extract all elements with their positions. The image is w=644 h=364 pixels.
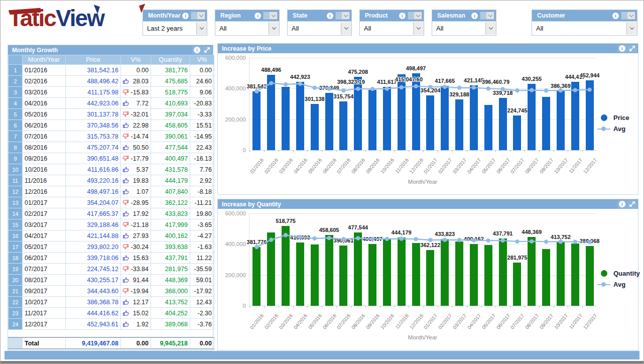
avg-point[interactable] bbox=[254, 245, 259, 249]
table-row[interactable]: 505/2016301,137.78-32.01397,034-3.33 bbox=[9, 109, 214, 120]
table-row[interactable]: 303/2016411,175.98-15.83518,7759.06 bbox=[9, 87, 214, 98]
dropdown-button[interactable] bbox=[269, 22, 279, 35]
avg-point[interactable] bbox=[341, 88, 345, 92]
expand-icon[interactable] bbox=[627, 45, 637, 53]
table-row[interactable]: 1806/2017339,718.0615.63437,79111.22 bbox=[9, 253, 214, 264]
avg-point[interactable] bbox=[298, 82, 302, 86]
info-icon[interactable]: i bbox=[192, 46, 202, 54]
avg-point[interactable] bbox=[269, 237, 273, 241]
table-row[interactable]: 404/2016442,923.067.72410,693-20.83 bbox=[9, 98, 214, 109]
avg-point[interactable] bbox=[515, 88, 519, 92]
expand-icon[interactable] bbox=[202, 46, 212, 54]
avg-point[interactable] bbox=[370, 87, 374, 91]
avg-point[interactable] bbox=[472, 85, 476, 89]
avg-point[interactable] bbox=[414, 237, 418, 241]
avg-point[interactable] bbox=[457, 85, 461, 89]
avg-point[interactable] bbox=[515, 239, 519, 244]
avg-point[interactable] bbox=[385, 237, 389, 241]
avg-point[interactable] bbox=[472, 238, 476, 242]
avg-point[interactable] bbox=[269, 81, 273, 85]
table-row[interactable]: 2311/2017444,416.6215.02404,252-2.30 bbox=[9, 308, 214, 319]
avg-point[interactable] bbox=[356, 87, 360, 91]
table-row[interactable]: 1111/2016493,220.1619.83444,1792.92 bbox=[9, 175, 214, 186]
table-row[interactable]: 1402/2017417,665.3717.92433,82319.80 bbox=[9, 208, 214, 219]
avg-point[interactable] bbox=[544, 88, 548, 92]
table-row[interactable]: 808/2016475,207.7450.50477,54422.43 bbox=[9, 142, 214, 153]
filter-options-button[interactable] bbox=[335, 12, 350, 20]
info-icon[interactable]: i bbox=[254, 13, 261, 19]
table-row[interactable]: 1212/2016498,497.161.07407,840-8.18 bbox=[9, 186, 214, 197]
info-icon[interactable]: i bbox=[612, 13, 619, 19]
filter-options-button[interactable] bbox=[621, 12, 635, 20]
dropdown-button[interactable] bbox=[626, 22, 637, 35]
info-icon[interactable]: i bbox=[182, 13, 189, 19]
avg-point[interactable] bbox=[486, 238, 490, 242]
avg-point[interactable] bbox=[284, 82, 288, 86]
avg-point[interactable] bbox=[254, 89, 259, 93]
avg-point[interactable] bbox=[443, 238, 447, 242]
avg-point[interactable] bbox=[500, 238, 504, 242]
info-icon[interactable]: i bbox=[617, 200, 627, 208]
dropdown-button[interactable] bbox=[196, 22, 207, 35]
table-row[interactable]: 707/2016315,753.78-14.74390,061-14.95 bbox=[9, 131, 214, 142]
avg-point[interactable] bbox=[341, 237, 345, 241]
legend-item-price[interactable]: Price bbox=[597, 114, 629, 122]
filter-select[interactable]: All bbox=[532, 21, 637, 35]
filter-options-button[interactable] bbox=[480, 12, 494, 20]
avg-point[interactable] bbox=[313, 86, 317, 90]
info-icon[interactable]: i bbox=[327, 13, 333, 19]
avg-point[interactable] bbox=[385, 86, 389, 90]
table-row[interactable]: 1705/2017293,802.20-30.24393,638-1.63 bbox=[9, 241, 214, 253]
info-icon[interactable]: i bbox=[617, 45, 627, 53]
table-row[interactable]: 1604/2017421,144.8827.93400,162-4.27 bbox=[9, 230, 214, 241]
avg-point[interactable] bbox=[284, 233, 288, 237]
avg-point[interactable] bbox=[573, 88, 577, 92]
info-icon[interactable]: i bbox=[399, 13, 406, 19]
avg-point[interactable] bbox=[587, 87, 591, 91]
table-row[interactable]: 1301/2017354,204.07-28.95362,122-11.21 bbox=[9, 197, 214, 208]
table-row[interactable]: 606/2016370,348.5622.98458,60515.51 bbox=[9, 120, 214, 131]
table-row[interactable]: 202/2016488,496.4228.03475,68524.60 bbox=[9, 76, 214, 87]
avg-point[interactable] bbox=[327, 86, 331, 90]
table-row[interactable]: 2109/2017344,443.60-19.94368,000-17.92 bbox=[9, 286, 214, 297]
legend-item-avg[interactable]: Avg bbox=[597, 281, 640, 288]
filter-select[interactable]: All bbox=[432, 21, 496, 35]
avg-point[interactable] bbox=[400, 85, 404, 89]
filter-options-button[interactable] bbox=[191, 12, 205, 20]
table-row[interactable]: 101/2016381,542.160.00381,7760.00 bbox=[9, 65, 214, 76]
avg-point[interactable] bbox=[587, 240, 591, 244]
table-row[interactable]: 1907/2017224,745.12-33.84281,975-35.59 bbox=[9, 264, 214, 275]
table-row[interactable]: 2210/2017386,368.7812.17413,75212.43 bbox=[9, 297, 214, 308]
avg-point[interactable] bbox=[313, 236, 317, 240]
table-row[interactable]: 2008/2017430,255.1791.44448,36959.01 bbox=[9, 275, 214, 286]
table-row[interactable]: 909/2016390,651.48-17.79400,497-16.13 bbox=[9, 153, 214, 164]
avg-point[interactable] bbox=[530, 239, 534, 243]
avg-point[interactable] bbox=[544, 239, 548, 244]
avg-point[interactable] bbox=[559, 88, 563, 92]
avg-point[interactable] bbox=[356, 236, 360, 240]
legend-item-avg[interactable]: Avg bbox=[597, 125, 629, 133]
avg-point[interactable] bbox=[457, 238, 461, 242]
filter-options-button[interactable] bbox=[263, 12, 278, 20]
avg-point[interactable] bbox=[486, 86, 490, 90]
avg-point[interactable] bbox=[298, 235, 302, 239]
filter-select[interactable]: Last 2 years bbox=[143, 21, 207, 35]
table-row[interactable]: 2412/2017452,943.611.92389,068-3.76 bbox=[9, 319, 214, 330]
dropdown-button[interactable] bbox=[413, 22, 424, 35]
avg-point[interactable] bbox=[400, 236, 404, 240]
avg-point[interactable] bbox=[370, 237, 374, 241]
table-row[interactable]: 1010/2016411,616.865.37431,5787.76 bbox=[9, 164, 214, 175]
avg-point[interactable] bbox=[428, 238, 432, 242]
filter-select[interactable]: All bbox=[360, 21, 424, 35]
expand-icon[interactable] bbox=[627, 200, 637, 208]
filter-select[interactable]: All bbox=[288, 21, 351, 35]
dropdown-button[interactable] bbox=[485, 22, 496, 35]
info-icon[interactable]: i bbox=[471, 13, 478, 19]
avg-point[interactable] bbox=[500, 87, 504, 91]
avg-point[interactable] bbox=[530, 88, 534, 92]
filter-options-button[interactable] bbox=[408, 12, 422, 20]
avg-point[interactable] bbox=[428, 85, 432, 89]
avg-point[interactable] bbox=[414, 84, 418, 88]
table-row[interactable]: 1503/2017329,188.46-21.18417,999-3.65 bbox=[9, 219, 214, 230]
avg-point[interactable] bbox=[443, 85, 447, 89]
